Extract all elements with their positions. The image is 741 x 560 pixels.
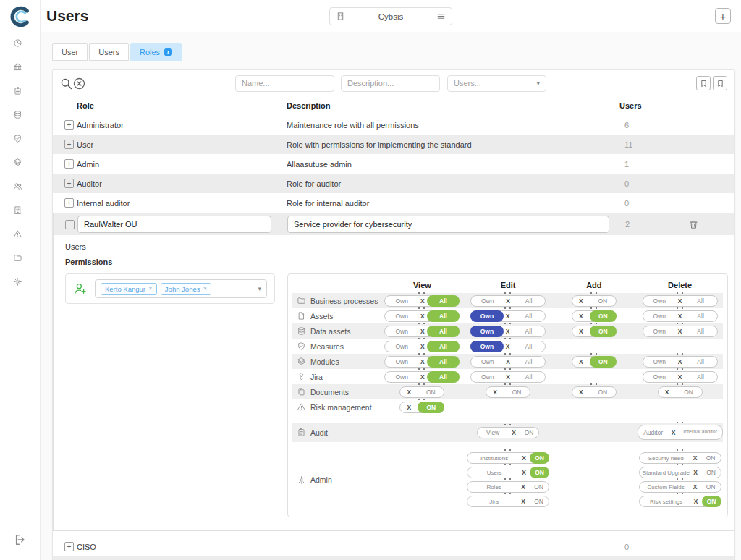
table-header: Role Description Users	[53, 96, 734, 115]
permission-toggle[interactable]: OwnXAll	[470, 356, 546, 368]
sidebar-item-users[interactable]	[7, 177, 33, 200]
permission-toggle[interactable]: OwnXAll	[384, 295, 460, 307]
permission-toggle[interactable]: OwnXAll	[643, 371, 718, 383]
permission-toggle[interactable]: RolesXON	[467, 481, 549, 493]
permission-toggle[interactable]: XON	[572, 326, 617, 337]
matrix-column-header: Add	[551, 281, 638, 289]
toggle-dots-icon	[677, 422, 678, 423]
sidebar-item-history[interactable]	[7, 33, 33, 57]
permission-toggle[interactable]: Risk settingsXON	[639, 496, 721, 507]
sidebar-item-documents[interactable]	[7, 248, 33, 272]
expand-row-button[interactable]: +	[64, 198, 74, 208]
database-icon	[13, 110, 27, 124]
permission-toggle[interactable]: XON	[572, 356, 617, 368]
permission-toggle[interactable]: OwnXAll	[643, 310, 718, 322]
name-filter-input[interactable]	[235, 75, 334, 92]
sidebar-item-organization[interactable]	[7, 200, 33, 224]
permission-toggle[interactable]: OwnXAll	[470, 310, 546, 322]
add-user-icon[interactable]	[73, 281, 88, 296]
sidebar-item-institutions[interactable]	[7, 57, 33, 81]
permission-toggle[interactable]: OwnXAll	[470, 295, 546, 307]
permission-toggle[interactable]: Standard UpgradeXON	[639, 467, 721, 478]
permission-toggle[interactable]: XON	[572, 310, 617, 322]
remove-chip-icon[interactable]: ✕	[148, 286, 153, 292]
warning-icon	[297, 402, 306, 412]
delete-role-icon[interactable]	[688, 219, 699, 230]
permission-toggle[interactable]: OwnXAll	[384, 310, 460, 322]
sidebar-nav	[7, 33, 33, 296]
sidebar-item-settings[interactable]	[7, 272, 33, 296]
matrix-row-label: Jira	[292, 372, 379, 381]
app-logo[interactable]	[9, 6, 31, 27]
matrix-row-label: Admin	[292, 475, 379, 485]
expand-row-button[interactable]: +	[64, 120, 74, 130]
column-users: Users	[619, 101, 677, 110]
toggle-dots-icon	[677, 323, 678, 324]
permission-toggle[interactable]: OwnXAll	[384, 371, 460, 383]
toggle-dots-icon	[504, 449, 506, 451]
permission-toggle[interactable]: OwnXAll	[470, 341, 546, 352]
permission-toggle[interactable]: XON	[486, 386, 530, 398]
collapse-row-button[interactable]: −	[65, 220, 75, 229]
users-filter-select[interactable]: Users... ▾	[447, 75, 546, 92]
roles-card: Users... ▾ Role Descrip	[52, 69, 735, 560]
sidebar-item-logout[interactable]	[7, 527, 33, 551]
permission-toggle[interactable]: ViewXON	[477, 427, 539, 438]
permission-toggle[interactable]: XON	[658, 386, 703, 398]
matrix-column-header: View	[379, 281, 465, 289]
remove-chip-icon[interactable]: ✕	[203, 286, 207, 292]
role-name-input[interactable]	[77, 216, 271, 233]
expand-row-button[interactable]: +	[64, 159, 74, 169]
user-chip[interactable]: Kerto Kangur ✕	[101, 283, 157, 295]
permission-toggle[interactable]: OwnXAll	[384, 356, 460, 368]
toggle-dots-icon	[590, 353, 592, 355]
matrix-row-label: Measures	[292, 341, 379, 351]
building-icon	[336, 12, 345, 21]
assigned-users-select[interactable]: Kerto Kangur ✕ John Jones ✕ ▾	[95, 279, 267, 298]
permission-toggle[interactable]: OwnXAll	[643, 326, 718, 337]
permission-toggle[interactable]: UsersXON	[467, 467, 549, 478]
permission-toggle[interactable]: OwnXAll	[384, 326, 460, 337]
permission-toggle[interactable]: OwnXAll	[643, 356, 718, 368]
toggle-dots-icon	[590, 383, 592, 385]
toggle-dots-icon	[677, 368, 678, 370]
bookmark-saved-icon[interactable]	[713, 76, 727, 90]
app-window: Users Cybsis + User Users Roles i	[0, 0, 741, 560]
expand-row-button[interactable]: +	[64, 179, 74, 188]
permission-toggle[interactable]: OwnXAll	[384, 341, 460, 352]
permission-toggle[interactable]: InstitutionsXON	[467, 452, 549, 464]
sidebar-item-modules[interactable]	[7, 153, 33, 177]
content-area: User Users Roles i	[41, 32, 741, 560]
matrix-row: Business processesOwnXAllOwnXAllXONOwnXA…	[292, 293, 723, 308]
add-button[interactable]: +	[715, 8, 731, 24]
sidebar-item-tasks[interactable]	[7, 81, 33, 105]
permission-toggle[interactable]: OwnXAll	[643, 295, 718, 307]
expand-row-button[interactable]: +	[64, 542, 74, 551]
permission-toggle[interactable]: AuditorXInternal auditor	[638, 425, 723, 440]
permission-toggle[interactable]: Security needXON	[639, 452, 721, 464]
user-chip[interactable]: John Jones ✕	[161, 283, 211, 295]
permission-toggle[interactable]: XON	[399, 402, 444, 413]
permission-toggle[interactable]: Custom FieldsXON	[639, 481, 721, 493]
toggle-dots-icon	[504, 368, 506, 370]
sidebar-item-measures[interactable]	[7, 129, 33, 153]
role-cell: Auditor	[77, 179, 287, 188]
permission-toggle[interactable]: OwnXAll	[470, 371, 546, 383]
permission-toggle[interactable]: XON	[572, 386, 617, 398]
sidebar-item-data-assets[interactable]	[7, 105, 33, 129]
bookmark-icon[interactable]	[696, 76, 711, 90]
organization-selector[interactable]: Cybsis	[329, 7, 452, 25]
tab-user[interactable]: User	[52, 43, 88, 61]
tab-roles[interactable]: Roles i	[130, 43, 182, 61]
sidebar-item-risk-management[interactable]	[7, 224, 33, 248]
permission-toggle[interactable]: XON	[572, 295, 617, 307]
clear-filters-icon[interactable]	[72, 76, 87, 91]
permission-toggle[interactable]: JiraXON	[467, 496, 549, 507]
role-description-input[interactable]	[287, 216, 609, 233]
description-filter-input[interactable]	[341, 75, 440, 92]
permission-toggle[interactable]: OwnXAll	[470, 326, 546, 337]
tab-users[interactable]: Users	[89, 43, 129, 61]
permission-toggle[interactable]: XON	[399, 386, 444, 398]
toggle-dots-icon	[504, 383, 506, 385]
expand-row-button[interactable]: +	[64, 140, 74, 149]
